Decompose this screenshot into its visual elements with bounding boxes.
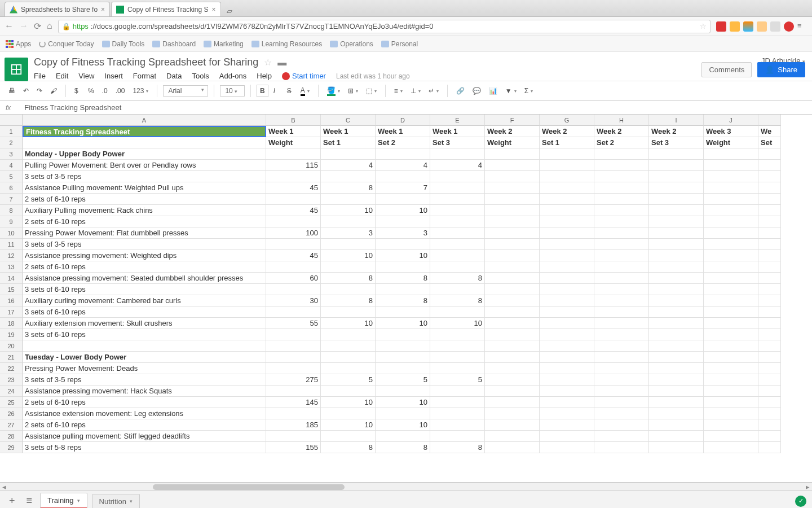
cell[interactable] [540,148,594,160]
cell[interactable]: 3 [376,227,430,239]
cell[interactable] [594,397,649,408]
cell[interactable] [430,431,485,442]
cell[interactable] [485,273,540,284]
strikethrough-button[interactable]: S [284,85,295,97]
cell[interactable]: Pressing Power Movement: Flat dumbbell p… [23,227,266,239]
cell[interactable] [540,160,594,171]
cell[interactable]: Monday - Upper Body Power [23,148,266,160]
cell[interactable]: 2 sets of 6-10 reps [23,261,266,273]
cell[interactable] [758,194,781,205]
fill-color-button[interactable]: 🪣 [324,85,343,98]
cell[interactable] [594,306,649,318]
cell[interactable] [430,397,485,408]
row-header[interactable]: 11 [0,239,23,250]
cell[interactable] [758,340,781,352]
italic-button[interactable]: I [271,85,282,97]
cell[interactable] [485,261,540,273]
start-timer-button[interactable]: Start timer [282,72,326,80]
cell[interactable] [594,363,649,374]
sheet-tab-nutrition[interactable]: Nutrition▾ [92,494,140,509]
cell[interactable]: 185 [266,419,321,431]
home-icon[interactable]: ⌂ [47,21,52,32]
menu-insert[interactable]: Insert [104,72,123,80]
cell[interactable] [540,329,594,340]
cell[interactable] [649,194,704,205]
cell[interactable] [758,408,781,419]
cell[interactable] [266,340,321,352]
ext-icon[interactable] [770,21,780,32]
cell[interactable]: Week 2 [485,126,540,137]
cell[interactable] [485,182,540,194]
cell[interactable]: 7 [376,182,430,194]
cell[interactable] [321,363,376,374]
cell[interactable]: 3 sets of 6-10 reps [23,329,266,340]
star-icon[interactable]: ☆ [264,57,272,68]
cell[interactable] [321,284,376,295]
cell[interactable] [540,250,594,261]
cell[interactable]: 8 [376,295,430,306]
cell[interactable] [758,182,781,194]
cell[interactable] [758,216,781,227]
cell[interactable] [485,227,540,239]
cell[interactable] [649,273,704,284]
row-header[interactable]: 20 [0,340,23,352]
cell[interactable]: Weight [704,137,758,148]
row-header[interactable]: 16 [0,295,23,306]
cell[interactable]: 275 [266,374,321,386]
cell[interactable]: 10 [376,419,430,431]
cell[interactable] [594,408,649,419]
cell[interactable]: 45 [266,182,321,194]
cell[interactable] [704,273,758,284]
cell[interactable] [704,318,758,329]
cell[interactable] [758,431,781,442]
cell[interactable]: Week 1 [266,126,321,137]
cell[interactable] [540,352,594,363]
cell[interactable] [430,250,485,261]
cell[interactable] [758,148,781,160]
cell[interactable] [266,352,321,363]
cell[interactable]: 100 [266,227,321,239]
cell[interactable] [649,419,704,431]
row-header[interactable]: 27 [0,419,23,431]
cell[interactable] [594,284,649,295]
cell[interactable]: 10 [376,397,430,408]
cell[interactable]: 115 [266,160,321,171]
row-header[interactable]: 12 [0,250,23,261]
cell[interactable] [485,340,540,352]
percent-button[interactable]: % [85,85,97,97]
cell[interactable] [430,329,485,340]
cell[interactable] [594,148,649,160]
cell[interactable]: 5 [376,374,430,386]
cell[interactable] [540,284,594,295]
cell[interactable] [540,171,594,182]
borders-button[interactable]: ⊞ [345,85,361,97]
row-header[interactable]: 5 [0,171,23,182]
cell[interactable]: 10 [376,205,430,216]
row-header[interactable]: 21 [0,352,23,363]
menu-format[interactable]: Format [133,72,156,80]
sheets-logo[interactable] [5,58,28,81]
cell[interactable] [485,148,540,160]
cell[interactable]: 8 [430,273,485,284]
cell[interactable] [23,137,266,148]
cell[interactable] [540,419,594,431]
ext-icon[interactable] [784,21,794,32]
cell[interactable]: 8 [321,295,376,306]
cell[interactable] [376,431,430,442]
cell[interactable] [321,329,376,340]
cell[interactable] [704,250,758,261]
cell[interactable]: Week 3 [704,126,758,137]
cell[interactable] [376,340,430,352]
cell[interactable]: Weight [266,137,321,148]
cell[interactable]: 8 [376,442,430,453]
cell[interactable] [758,239,781,250]
cell[interactable]: Week 2 [594,126,649,137]
print-icon[interactable]: 🖶 [6,85,18,97]
cell[interactable] [321,194,376,205]
cell[interactable] [704,397,758,408]
cell[interactable] [266,431,321,442]
row-header[interactable]: 29 [0,442,23,453]
cell[interactable] [540,386,594,397]
cell[interactable] [321,148,376,160]
cell[interactable] [594,205,649,216]
